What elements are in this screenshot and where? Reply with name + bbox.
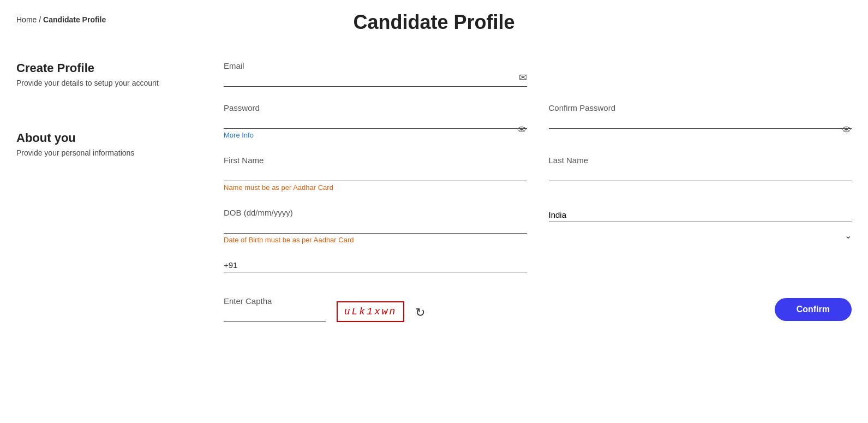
about-you-subtitle: Provide your personal informations bbox=[16, 148, 191, 157]
dob-country-row: DOB (dd/mm/yyyy) Date of Birth must be a… bbox=[224, 208, 852, 244]
dob-field-container: DOB (dd/mm/yyyy) Date of Birth must be a… bbox=[224, 208, 527, 244]
dob-error: Date of Birth must be as per Aadhar Card bbox=[224, 236, 527, 244]
last-name-input[interactable] bbox=[549, 167, 852, 181]
country-chevron-icon: ⌄ bbox=[845, 230, 852, 241]
password-eye-icon[interactable]: 👁 bbox=[517, 124, 527, 136]
captcha-row: Enter Captha uLk1xwn ↻ Confirm bbox=[224, 296, 852, 322]
breadcrumb-home[interactable]: Home bbox=[16, 15, 37, 24]
last-name-label: Last Name bbox=[549, 156, 852, 165]
confirm-button[interactable]: Confirm bbox=[775, 298, 852, 321]
first-name-label: First Name bbox=[224, 156, 527, 165]
email-input[interactable] bbox=[224, 73, 527, 87]
more-info-link[interactable]: More Info bbox=[224, 131, 527, 139]
phone-field-container: +91 bbox=[224, 260, 527, 275]
left-panel: Create Profile Provide your details to s… bbox=[16, 61, 191, 322]
last-name-field-container: Last Name bbox=[549, 156, 852, 192]
confirm-password-field-container: Confirm Password 👁 bbox=[549, 103, 852, 139]
captcha-label: Enter Captha bbox=[224, 296, 326, 306]
create-profile-subtitle: Provide your details to setup your accou… bbox=[16, 79, 191, 87]
email-icon: ✉ bbox=[519, 72, 527, 84]
name-row: First Name Name must be as per Aadhar Ca… bbox=[224, 156, 852, 192]
password-input[interactable] bbox=[224, 115, 527, 129]
captcha-input[interactable] bbox=[224, 308, 326, 322]
form-area: Email ✉ Password 👁 More Info Confirm Pas… bbox=[224, 61, 852, 322]
phone-prefix: +91 bbox=[224, 260, 237, 270]
phone-input[interactable] bbox=[242, 260, 526, 270]
breadcrumb-current: Candidate Profile bbox=[43, 15, 106, 24]
breadcrumb: Home / Candidate Profile bbox=[16, 15, 106, 24]
confirm-password-eye-icon[interactable]: 👁 bbox=[842, 124, 852, 136]
phone-wrapper: +91 bbox=[224, 260, 527, 272]
email-row: Email ✉ bbox=[224, 61, 852, 87]
email-label: Email bbox=[224, 61, 527, 70]
first-name-error: Name must be as per Aadhar Card bbox=[224, 183, 527, 192]
captcha-image: uLk1xwn bbox=[337, 301, 405, 322]
country-field-container: India USA UK ⌄ bbox=[549, 208, 852, 244]
captcha-refresh-icon[interactable]: ↻ bbox=[415, 306, 425, 320]
password-field-container: Password 👁 More Info bbox=[224, 103, 527, 139]
first-name-input[interactable] bbox=[224, 167, 527, 181]
page-title: Candidate Profile bbox=[353, 11, 514, 34]
password-label: Password bbox=[224, 103, 527, 112]
password-row: Password 👁 More Info Confirm Password 👁 bbox=[224, 103, 852, 139]
confirm-password-label: Confirm Password bbox=[549, 103, 852, 112]
first-name-field-container: First Name Name must be as per Aadhar Ca… bbox=[224, 156, 527, 192]
phone-row: +91 bbox=[224, 260, 852, 275]
country-select[interactable]: India USA UK bbox=[549, 208, 852, 222]
confirm-password-input[interactable] bbox=[549, 115, 852, 129]
dob-label: DOB (dd/mm/yyyy) bbox=[224, 208, 527, 217]
about-you-title: About you bbox=[16, 131, 191, 145]
breadcrumb-separator: / bbox=[39, 15, 43, 24]
dob-input[interactable] bbox=[224, 219, 527, 234]
email-field-container: Email ✉ bbox=[224, 61, 527, 87]
captcha-field-container: Enter Captha bbox=[224, 296, 326, 322]
create-profile-title: Create Profile bbox=[16, 61, 191, 75]
